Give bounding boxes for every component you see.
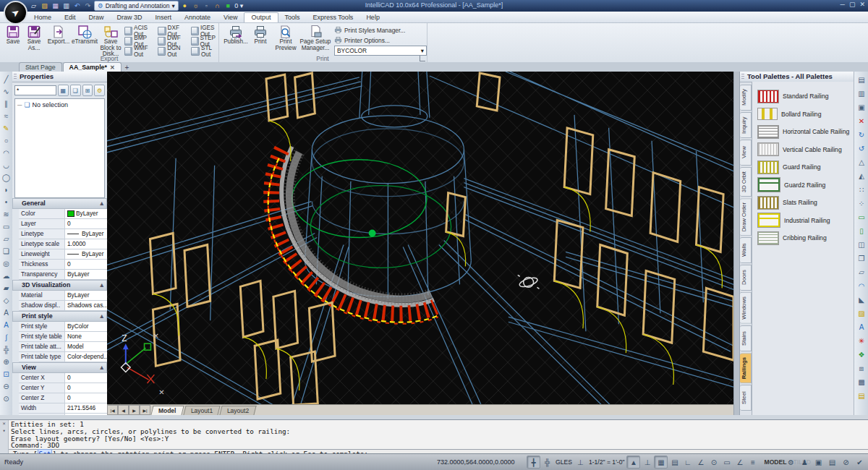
palette-tab-doors[interactable]: Doors bbox=[740, 265, 752, 291]
quick-select-button[interactable]: ▦ bbox=[58, 85, 69, 96]
boundary-tool-icon[interactable]: ◇ bbox=[1, 294, 12, 307]
graphics-engine-label[interactable]: GLES bbox=[554, 458, 574, 466]
print-preview-button[interactable]: Print Preview bbox=[272, 24, 299, 51]
palette-item-guard-railing[interactable]: Guard Railing bbox=[758, 158, 854, 176]
section-print-style[interactable]: Print style▴ bbox=[12, 311, 107, 322]
polar-toggle[interactable]: ∠ bbox=[694, 456, 707, 468]
save-icon[interactable]: ▦ bbox=[51, 1, 60, 11]
new-document-icon[interactable]: ▱ bbox=[29, 1, 38, 11]
layer-dropdown[interactable]: 0 ▾ bbox=[234, 1, 244, 11]
collapse-icon[interactable]: ▴ bbox=[101, 199, 103, 208]
panel-grip[interactable] bbox=[14, 74, 17, 80]
array-3d-tool-icon[interactable]: ⁘ bbox=[856, 197, 867, 210]
collapse-icon[interactable]: ▴ bbox=[101, 363, 103, 372]
zoom-window-tool-icon[interactable]: ⊡ bbox=[1, 368, 12, 380]
tab-view[interactable]: View bbox=[217, 13, 244, 22]
palette-tab-windows[interactable]: Windows bbox=[740, 292, 752, 324]
region-tool-icon[interactable]: ▰ bbox=[1, 282, 12, 294]
crosshair-toggle[interactable]: ╋ bbox=[527, 456, 540, 469]
polyline-tool-icon[interactable]: ∿ bbox=[1, 85, 12, 98]
user-icon[interactable]: ♟ bbox=[799, 456, 811, 468]
save-button[interactable]: Save bbox=[3, 24, 23, 46]
palette-item-guard2-railing[interactable]: Guard2 Railing bbox=[758, 176, 854, 195]
prev-tab-button[interactable]: ◀ bbox=[118, 405, 129, 415]
palette-tab-walls[interactable]: Walls bbox=[740, 237, 752, 263]
tab-insert[interactable]: Insert bbox=[149, 13, 179, 22]
collapse-icon[interactable]: ▴ bbox=[101, 281, 103, 290]
minimize-button[interactable]: ─ bbox=[841, 1, 845, 8]
esnap-toggle[interactable]: ▲ bbox=[626, 456, 640, 469]
maximize-button[interactable]: ▢ bbox=[849, 1, 856, 8]
extend-tool-icon[interactable]: ◫ bbox=[856, 238, 867, 252]
layout1-tab[interactable]: Layout1 bbox=[183, 406, 220, 415]
collapse-icon[interactable]: ▴ bbox=[101, 312, 103, 321]
mirror-tool-icon[interactable]: △ bbox=[856, 155, 867, 169]
scale-tool-icon[interactable]: ▯ bbox=[856, 224, 867, 238]
palette-tab-steel[interactable]: Steel bbox=[740, 385, 752, 411]
annotation-scale[interactable]: 1-1/2" = 1'-0" bbox=[587, 458, 626, 466]
esnap-3d-toggle[interactable]: ⊥ bbox=[641, 456, 653, 468]
hatch-tool-icon[interactable]: ▨ bbox=[856, 307, 867, 320]
ellipse-tool-icon[interactable]: ◯ bbox=[1, 171, 12, 184]
no-selection-node[interactable]: ─ ❏ No selection bbox=[17, 101, 102, 108]
properties-filter-input[interactable] bbox=[14, 85, 56, 95]
doc-tab-start-page[interactable]: Start Page bbox=[19, 62, 62, 72]
print-button[interactable]: Print bbox=[250, 24, 271, 46]
palette-tab-modify[interactable]: Modify bbox=[740, 85, 752, 111]
clean-screen-icon[interactable]: ▣ bbox=[812, 456, 825, 468]
panel-grip[interactable] bbox=[741, 74, 744, 80]
layout2-tab[interactable]: Layout2 bbox=[219, 406, 256, 415]
close-tab-icon[interactable]: ✕ bbox=[110, 64, 115, 71]
layer-color-swatch[interactable]: ■ bbox=[224, 1, 233, 11]
undo-icon[interactable]: ↶ bbox=[72, 1, 82, 11]
join-tool-icon[interactable]: ❖ bbox=[856, 348, 867, 362]
explode-tool-icon[interactable]: ✳ bbox=[856, 334, 867, 348]
palette-tab-draw-order[interactable]: Draw Order bbox=[740, 198, 752, 236]
trim-tool-icon[interactable]: ❐ bbox=[856, 252, 867, 265]
mirror-3d-tool-icon[interactable]: ◭ bbox=[856, 169, 867, 183]
palette-item-horizontal-cable-railing[interactable]: Horizontal Cable Railing bbox=[758, 123, 854, 141]
print-styles-manager-button[interactable]: Print Styles Manager... bbox=[334, 25, 427, 35]
tab-draw3d[interactable]: Draw 3D bbox=[111, 13, 149, 22]
axis-icon[interactable]: ⊥ bbox=[574, 456, 587, 468]
save-as-button[interactable]: Save As... bbox=[23, 24, 45, 51]
tab-help[interactable]: Help bbox=[359, 13, 386, 22]
app-logo-icon[interactable]: ➤ bbox=[4, 1, 27, 25]
plot-preview-icon[interactable]: ▥ bbox=[61, 1, 71, 11]
arc-tool-icon[interactable]: ◠ bbox=[1, 147, 12, 159]
ellipse-arc-tool-icon[interactable]: ◗ bbox=[1, 184, 12, 196]
plot-style-dropdown[interactable]: BYCOLOR▾ bbox=[334, 46, 427, 56]
group-tool-icon[interactable]: ⧈ bbox=[856, 362, 867, 375]
tab-express-tools[interactable]: Express Tools bbox=[307, 13, 360, 22]
chamfer-tool-icon[interactable]: ◣ bbox=[856, 293, 867, 307]
new-tab-button[interactable]: + bbox=[125, 64, 129, 72]
palette-item-industrial-railing[interactable]: Industrial Railing bbox=[758, 212, 854, 230]
tab-draw[interactable]: Draw bbox=[82, 13, 111, 22]
rotation-point-marker[interactable] bbox=[369, 230, 376, 237]
palette-item-vertical-cable-railing[interactable]: Vertical Cable Railing bbox=[758, 141, 854, 159]
donut-tool-icon[interactable]: ◎ bbox=[1, 257, 12, 270]
first-tab-button[interactable]: |◀ bbox=[107, 405, 118, 415]
rectangle-tool-icon[interactable]: ▭ bbox=[1, 221, 12, 233]
palette-tab-inquiry[interactable]: Inquiry bbox=[740, 112, 752, 138]
status-ok-icon[interactable]: ✔ bbox=[854, 456, 866, 468]
drawing-viewport[interactable]: Z ✕ ✕ |◀ ◀ ▶ ▶| Model Layout1 Layout2 bbox=[107, 72, 733, 415]
open-folder-icon[interactable]: ▨ bbox=[40, 1, 49, 11]
layer-freeze-icon[interactable]: ▫ bbox=[202, 1, 211, 11]
spline-tool-icon[interactable]: ∫ bbox=[1, 331, 12, 343]
model-tab[interactable]: Model bbox=[150, 406, 184, 415]
palette-tab-railings[interactable]: Railings bbox=[740, 353, 752, 383]
doc-tab-aa-sample[interactable]: AA_Sample*✕ bbox=[63, 62, 122, 72]
array-tool-icon[interactable]: ∷ bbox=[856, 183, 867, 197]
paste-tool-icon[interactable]: ▥ bbox=[856, 87, 867, 101]
toggle-pickadd-button[interactable]: ⊞ bbox=[82, 85, 93, 96]
block-edit-tool-icon[interactable]: ▩ bbox=[856, 375, 867, 389]
save-block-to-disk-button[interactable]: Save Block to Disk... bbox=[97, 24, 124, 58]
palette-item-standard-railing[interactable]: Standard Railing bbox=[758, 87, 854, 106]
lock-icon[interactable]: ∩ bbox=[213, 1, 222, 11]
settings-gear-icon[interactable]: ⚙ bbox=[785, 456, 797, 468]
palette-tab-view[interactable]: View bbox=[740, 140, 752, 166]
palette-item-bollard-railing[interactable]: Bollard Railing bbox=[758, 106, 854, 124]
arc2-tool-icon[interactable]: ◡ bbox=[1, 159, 12, 171]
circle-tool-icon[interactable]: ○ bbox=[1, 134, 12, 147]
